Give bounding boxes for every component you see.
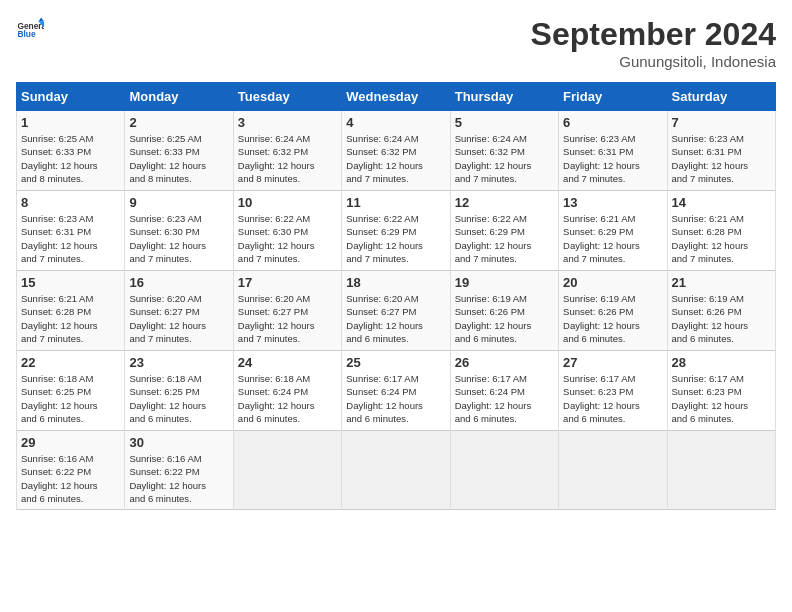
day-number: 18 xyxy=(346,275,445,290)
svg-marker-2 xyxy=(38,17,44,21)
day-info: Sunrise: 6:25 AM Sunset: 6:33 PM Dayligh… xyxy=(129,132,228,185)
table-row: 18Sunrise: 6:20 AM Sunset: 6:27 PM Dayli… xyxy=(342,271,450,351)
month-year-title: September 2024 xyxy=(531,16,776,53)
table-row: 6Sunrise: 6:23 AM Sunset: 6:31 PM Daylig… xyxy=(559,111,667,191)
day-number: 4 xyxy=(346,115,445,130)
day-number: 6 xyxy=(563,115,662,130)
table-row: 28Sunrise: 6:17 AM Sunset: 6:23 PM Dayli… xyxy=(667,351,775,431)
table-row: 8Sunrise: 6:23 AM Sunset: 6:31 PM Daylig… xyxy=(17,191,125,271)
day-info: Sunrise: 6:16 AM Sunset: 6:22 PM Dayligh… xyxy=(129,452,228,505)
table-row: 12Sunrise: 6:22 AM Sunset: 6:29 PM Dayli… xyxy=(450,191,558,271)
day-info: Sunrise: 6:23 AM Sunset: 6:31 PM Dayligh… xyxy=(21,212,120,265)
day-info: Sunrise: 6:21 AM Sunset: 6:29 PM Dayligh… xyxy=(563,212,662,265)
header-friday: Friday xyxy=(559,83,667,111)
table-row: 2Sunrise: 6:25 AM Sunset: 6:33 PM Daylig… xyxy=(125,111,233,191)
logo-icon: General Blue xyxy=(16,16,44,44)
day-number: 16 xyxy=(129,275,228,290)
day-number: 19 xyxy=(455,275,554,290)
day-info: Sunrise: 6:23 AM Sunset: 6:31 PM Dayligh… xyxy=(672,132,771,185)
day-number: 2 xyxy=(129,115,228,130)
day-number: 9 xyxy=(129,195,228,210)
day-number: 12 xyxy=(455,195,554,210)
day-info: Sunrise: 6:21 AM Sunset: 6:28 PM Dayligh… xyxy=(672,212,771,265)
table-row: 26Sunrise: 6:17 AM Sunset: 6:24 PM Dayli… xyxy=(450,351,558,431)
day-number: 29 xyxy=(21,435,120,450)
day-info: Sunrise: 6:17 AM Sunset: 6:24 PM Dayligh… xyxy=(455,372,554,425)
day-number: 22 xyxy=(21,355,120,370)
day-number: 15 xyxy=(21,275,120,290)
day-info: Sunrise: 6:17 AM Sunset: 6:23 PM Dayligh… xyxy=(563,372,662,425)
svg-text:Blue: Blue xyxy=(17,29,35,39)
day-number: 11 xyxy=(346,195,445,210)
day-number: 27 xyxy=(563,355,662,370)
day-number: 24 xyxy=(238,355,337,370)
day-info: Sunrise: 6:18 AM Sunset: 6:25 PM Dayligh… xyxy=(129,372,228,425)
table-row xyxy=(667,431,775,510)
table-row: 23Sunrise: 6:18 AM Sunset: 6:25 PM Dayli… xyxy=(125,351,233,431)
day-number: 14 xyxy=(672,195,771,210)
header-thursday: Thursday xyxy=(450,83,558,111)
table-row: 11Sunrise: 6:22 AM Sunset: 6:29 PM Dayli… xyxy=(342,191,450,271)
table-row: 9Sunrise: 6:23 AM Sunset: 6:30 PM Daylig… xyxy=(125,191,233,271)
day-info: Sunrise: 6:18 AM Sunset: 6:24 PM Dayligh… xyxy=(238,372,337,425)
table-row: 20Sunrise: 6:19 AM Sunset: 6:26 PM Dayli… xyxy=(559,271,667,351)
table-row: 19Sunrise: 6:19 AM Sunset: 6:26 PM Dayli… xyxy=(450,271,558,351)
day-info: Sunrise: 6:22 AM Sunset: 6:29 PM Dayligh… xyxy=(346,212,445,265)
table-row: 5Sunrise: 6:24 AM Sunset: 6:32 PM Daylig… xyxy=(450,111,558,191)
calendar-header-row: Sunday Monday Tuesday Wednesday Thursday… xyxy=(17,83,776,111)
day-info: Sunrise: 6:20 AM Sunset: 6:27 PM Dayligh… xyxy=(238,292,337,345)
table-row: 27Sunrise: 6:17 AM Sunset: 6:23 PM Dayli… xyxy=(559,351,667,431)
table-row: 7Sunrise: 6:23 AM Sunset: 6:31 PM Daylig… xyxy=(667,111,775,191)
day-number: 17 xyxy=(238,275,337,290)
day-info: Sunrise: 6:17 AM Sunset: 6:23 PM Dayligh… xyxy=(672,372,771,425)
logo: General Blue xyxy=(16,16,44,44)
table-row xyxy=(233,431,341,510)
day-number: 21 xyxy=(672,275,771,290)
table-row xyxy=(342,431,450,510)
day-info: Sunrise: 6:23 AM Sunset: 6:31 PM Dayligh… xyxy=(563,132,662,185)
title-area: September 2024 Gunungsitoli, Indonesia xyxy=(531,16,776,70)
table-row: 15Sunrise: 6:21 AM Sunset: 6:28 PM Dayli… xyxy=(17,271,125,351)
table-row: 22Sunrise: 6:18 AM Sunset: 6:25 PM Dayli… xyxy=(17,351,125,431)
day-info: Sunrise: 6:22 AM Sunset: 6:30 PM Dayligh… xyxy=(238,212,337,265)
day-number: 13 xyxy=(563,195,662,210)
day-info: Sunrise: 6:19 AM Sunset: 6:26 PM Dayligh… xyxy=(672,292,771,345)
day-number: 23 xyxy=(129,355,228,370)
table-row: 13Sunrise: 6:21 AM Sunset: 6:29 PM Dayli… xyxy=(559,191,667,271)
header-saturday: Saturday xyxy=(667,83,775,111)
day-info: Sunrise: 6:16 AM Sunset: 6:22 PM Dayligh… xyxy=(21,452,120,505)
day-number: 8 xyxy=(21,195,120,210)
day-number: 1 xyxy=(21,115,120,130)
table-row xyxy=(450,431,558,510)
day-number: 7 xyxy=(672,115,771,130)
day-info: Sunrise: 6:22 AM Sunset: 6:29 PM Dayligh… xyxy=(455,212,554,265)
table-row: 29Sunrise: 6:16 AM Sunset: 6:22 PM Dayli… xyxy=(17,431,125,510)
location-subtitle: Gunungsitoli, Indonesia xyxy=(531,53,776,70)
table-row: 3Sunrise: 6:24 AM Sunset: 6:32 PM Daylig… xyxy=(233,111,341,191)
day-info: Sunrise: 6:19 AM Sunset: 6:26 PM Dayligh… xyxy=(563,292,662,345)
table-row: 1Sunrise: 6:25 AM Sunset: 6:33 PM Daylig… xyxy=(17,111,125,191)
table-row: 4Sunrise: 6:24 AM Sunset: 6:32 PM Daylig… xyxy=(342,111,450,191)
day-info: Sunrise: 6:20 AM Sunset: 6:27 PM Dayligh… xyxy=(346,292,445,345)
calendar-table: Sunday Monday Tuesday Wednesday Thursday… xyxy=(16,82,776,510)
day-number: 5 xyxy=(455,115,554,130)
header-sunday: Sunday xyxy=(17,83,125,111)
table-row: 10Sunrise: 6:22 AM Sunset: 6:30 PM Dayli… xyxy=(233,191,341,271)
page-header: General Blue September 2024 Gunungsitoli… xyxy=(16,16,776,70)
day-info: Sunrise: 6:24 AM Sunset: 6:32 PM Dayligh… xyxy=(346,132,445,185)
header-wednesday: Wednesday xyxy=(342,83,450,111)
day-number: 28 xyxy=(672,355,771,370)
day-info: Sunrise: 6:25 AM Sunset: 6:33 PM Dayligh… xyxy=(21,132,120,185)
day-info: Sunrise: 6:24 AM Sunset: 6:32 PM Dayligh… xyxy=(455,132,554,185)
table-row xyxy=(559,431,667,510)
day-info: Sunrise: 6:23 AM Sunset: 6:30 PM Dayligh… xyxy=(129,212,228,265)
day-number: 26 xyxy=(455,355,554,370)
day-info: Sunrise: 6:18 AM Sunset: 6:25 PM Dayligh… xyxy=(21,372,120,425)
header-tuesday: Tuesday xyxy=(233,83,341,111)
day-info: Sunrise: 6:24 AM Sunset: 6:32 PM Dayligh… xyxy=(238,132,337,185)
table-row: 17Sunrise: 6:20 AM Sunset: 6:27 PM Dayli… xyxy=(233,271,341,351)
day-number: 30 xyxy=(129,435,228,450)
table-row: 24Sunrise: 6:18 AM Sunset: 6:24 PM Dayli… xyxy=(233,351,341,431)
day-number: 20 xyxy=(563,275,662,290)
table-row: 25Sunrise: 6:17 AM Sunset: 6:24 PM Dayli… xyxy=(342,351,450,431)
